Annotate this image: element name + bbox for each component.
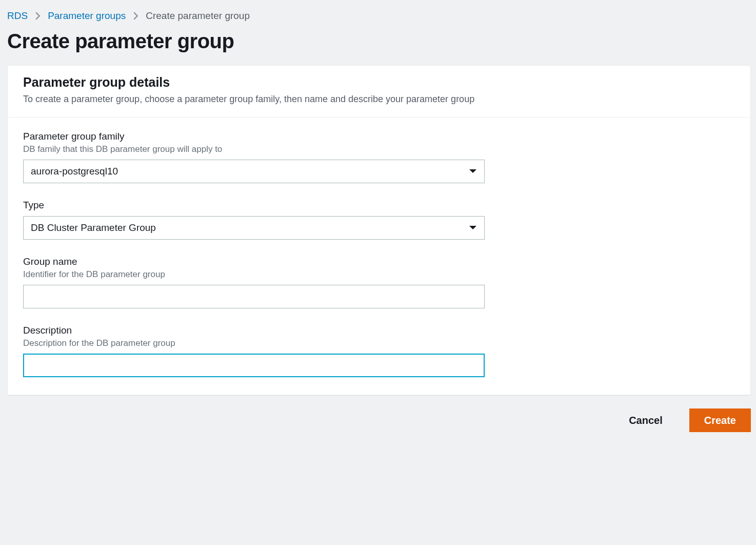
field-hint: Description for the DB parameter group <box>23 338 735 348</box>
field-label: Type <box>23 200 735 211</box>
panel-subtitle: To create a parameter group, choose a pa… <box>23 93 735 106</box>
page-title: Create parameter group <box>7 28 751 65</box>
panel-header: Parameter group details To create a para… <box>8 66 750 118</box>
breadcrumb-current: Create parameter group <box>146 10 250 22</box>
breadcrumb-link-parameter-groups[interactable]: Parameter groups <box>48 10 126 22</box>
description-input-wrapper <box>23 354 485 377</box>
select-value: DB Cluster Parameter Group <box>31 222 156 233</box>
chevron-right-icon <box>35 11 41 21</box>
group-name-input-wrapper <box>23 285 485 308</box>
caret-down-icon <box>469 169 477 174</box>
caret-down-icon <box>469 225 477 230</box>
field-label: Description <box>23 325 735 336</box>
type-select[interactable]: DB Cluster Parameter Group <box>23 216 485 240</box>
description-input[interactable] <box>31 355 477 376</box>
field-type: Type DB Cluster Parameter Group <box>23 200 735 240</box>
cancel-button[interactable]: Cancel <box>614 408 677 432</box>
field-group-name: Group name Identifier for the DB paramet… <box>23 256 735 308</box>
select-value: aurora-postgresql10 <box>31 166 118 177</box>
create-button[interactable]: Create <box>689 408 751 432</box>
field-label: Group name <box>23 256 735 267</box>
panel-title: Parameter group details <box>23 75 735 90</box>
field-parameter-group-family: Parameter group family DB family that th… <box>23 131 735 183</box>
field-description: Description Description for the DB param… <box>23 325 735 377</box>
breadcrumb-link-rds[interactable]: RDS <box>7 10 28 22</box>
group-name-input[interactable] <box>31 285 477 308</box>
chevron-right-icon <box>133 11 138 21</box>
field-hint: DB family that this DB parameter group w… <box>23 144 735 154</box>
field-hint: Identifier for the DB parameter group <box>23 269 735 280</box>
panel-parameter-group-details: Parameter group details To create a para… <box>7 65 751 395</box>
breadcrumb: RDS Parameter groups Create parameter gr… <box>7 8 751 28</box>
footer-actions: Cancel Create <box>7 395 751 432</box>
field-label: Parameter group family <box>23 131 735 142</box>
parameter-group-family-select[interactable]: aurora-postgresql10 <box>23 160 485 183</box>
